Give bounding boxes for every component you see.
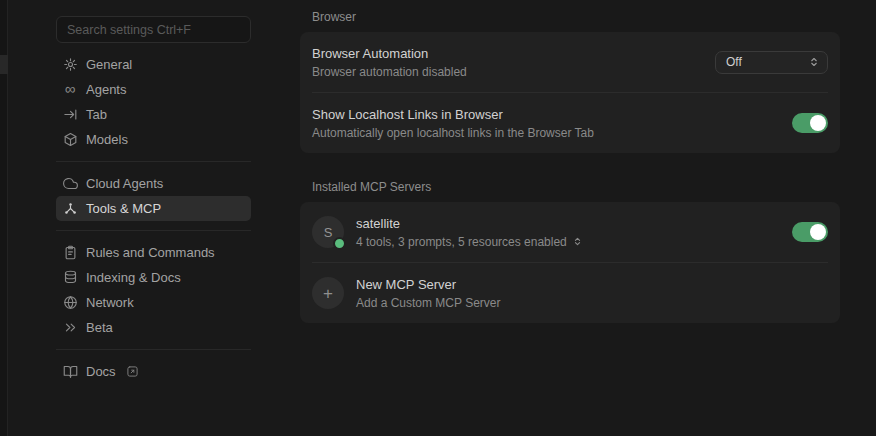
tab-arrow-icon: [62, 107, 78, 123]
mcp-servers-card: S satellite 4 tools, 3 prompts, 5 resour…: [300, 202, 840, 323]
section-label-browser: Browser: [300, 10, 840, 24]
cube-icon: [62, 132, 78, 148]
book-icon: [62, 364, 78, 380]
sidebar-item-agents[interactable]: ∞ Agents: [56, 77, 251, 102]
sidebar-item-label: Models: [86, 132, 128, 147]
toggle-knob: [810, 224, 826, 240]
browser-automation-row: Browser Automation Browser automation di…: [300, 32, 840, 92]
sidebar-item-cloud-agents[interactable]: Cloud Agents: [56, 171, 251, 196]
sidebar-divider: [56, 230, 251, 231]
server-name: satellite: [356, 216, 780, 231]
select-value: Off: [726, 55, 742, 69]
new-server-subtitle: Add a Custom MCP Server: [356, 296, 828, 310]
server-status-dot: [333, 237, 346, 250]
plus-avatar: +: [312, 277, 344, 309]
server-details-chevrons-icon[interactable]: [572, 236, 583, 247]
cloud-icon: [62, 176, 78, 192]
sidebar-item-tab[interactable]: Tab: [56, 102, 251, 127]
sidebar-item-label: Tab: [86, 107, 107, 122]
new-server-title: New MCP Server: [356, 277, 828, 292]
setting-title: Browser Automation: [312, 46, 703, 61]
sidebar-item-label: Network: [86, 295, 134, 310]
sidebar-item-models[interactable]: Models: [56, 127, 251, 152]
sidebar-nav: General ∞ Agents Tab Models: [56, 52, 251, 384]
browser-settings-card: Browser Automation Browser automation di…: [300, 32, 840, 153]
new-mcp-server-row[interactable]: + New MCP Server Add a Custom MCP Server: [300, 263, 840, 323]
editor-edge-strip: [0, 0, 8, 436]
chevrons-right-icon: [62, 320, 78, 336]
setting-title: Show Localhost Links in Browser: [312, 107, 780, 122]
sidebar-item-label: Beta: [86, 320, 113, 335]
new-server-text: New MCP Server Add a Custom MCP Server: [356, 277, 828, 310]
localhost-links-toggle[interactable]: [792, 113, 828, 133]
sidebar-item-rules-commands[interactable]: Rules and Commands: [56, 240, 251, 265]
satellite-server-toggle[interactable]: [792, 222, 828, 242]
settings-search-input[interactable]: [56, 16, 251, 43]
sidebar-item-label: Indexing & Docs: [86, 270, 181, 285]
server-avatar-letter: S: [324, 225, 333, 240]
sidebar-divider: [56, 161, 251, 162]
sidebar-item-label: Tools & MCP: [86, 201, 161, 216]
sidebar-item-tools-mcp[interactable]: Tools & MCP: [56, 196, 251, 221]
clipboard-icon: [62, 245, 78, 261]
settings-sidebar: General ∞ Agents Tab Models: [56, 16, 251, 384]
toggle-knob: [810, 115, 826, 131]
setting-subtitle: Browser automation disabled: [312, 65, 703, 79]
mcp-server-row-satellite: S satellite 4 tools, 3 prompts, 5 resour…: [300, 202, 840, 262]
setting-subtitle: Automatically open localhost links in th…: [312, 126, 780, 140]
setting-text: Show Localhost Links in Browser Automati…: [312, 107, 780, 140]
sidebar-item-label: Cloud Agents: [86, 176, 163, 191]
settings-main-panel: Browser Browser Automation Browser autom…: [300, 0, 840, 323]
sidebar-item-label: Rules and Commands: [86, 245, 215, 260]
server-status-line: 4 tools, 3 prompts, 5 resources enabled: [356, 235, 567, 249]
sidebar-item-label: Docs: [86, 364, 116, 379]
sidebar-item-indexing-docs[interactable]: Indexing & Docs: [56, 265, 251, 290]
database-icon: [62, 270, 78, 286]
localhost-links-row: Show Localhost Links in Browser Automati…: [300, 93, 840, 153]
setting-text: Browser Automation Browser automation di…: [312, 46, 703, 79]
gear-icon: [62, 57, 78, 73]
sidebar-item-docs[interactable]: Docs: [56, 359, 251, 384]
external-link-icon: [126, 365, 139, 378]
server-avatar: S: [312, 216, 344, 248]
sidebar-item-general[interactable]: General: [56, 52, 251, 77]
globe-icon: [62, 295, 78, 311]
section-label-installed-mcp-servers: Installed MCP Servers: [300, 180, 840, 194]
sidebar-item-network[interactable]: Network: [56, 290, 251, 315]
sidebar-item-label: General: [86, 57, 132, 72]
hub-nodes-icon: [62, 201, 78, 217]
browser-automation-select[interactable]: Off: [715, 51, 828, 74]
sidebar-item-label: Agents: [86, 82, 126, 97]
server-text: satellite 4 tools, 3 prompts, 5 resource…: [356, 216, 780, 249]
sidebar-divider: [56, 349, 251, 350]
infinity-icon: ∞: [62, 82, 78, 98]
sidebar-item-beta[interactable]: Beta: [56, 315, 251, 340]
editor-edge-indicator: [0, 55, 8, 74]
plus-icon: +: [323, 285, 333, 302]
select-chevrons-icon: [808, 56, 820, 68]
